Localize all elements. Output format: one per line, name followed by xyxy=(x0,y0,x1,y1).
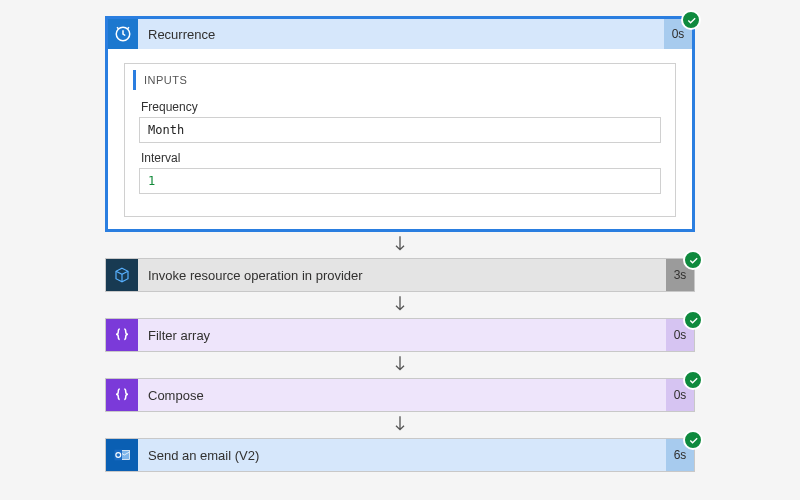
cube-icon xyxy=(106,259,138,291)
step-header[interactable]: Compose 0s xyxy=(106,379,694,411)
status-success-badge xyxy=(683,370,703,390)
inputs-card: INPUTS Frequency Month Interval 1 xyxy=(124,63,676,217)
step-title: Recurrence xyxy=(138,19,664,49)
step-title: Compose xyxy=(138,379,666,411)
status-success-badge xyxy=(683,310,703,330)
flow-arrow-icon xyxy=(105,352,695,378)
clock-icon xyxy=(108,19,138,49)
step-header[interactable]: Filter array 0s xyxy=(106,319,694,351)
interval-label: Interval xyxy=(141,151,661,165)
step-send-email[interactable]: Send an email (V2) 6s xyxy=(105,438,695,472)
braces-icon xyxy=(106,319,138,351)
step-title: Invoke resource operation in provider xyxy=(138,259,666,291)
step-recurrence[interactable]: Recurrence 0s INPUTS Frequency Month Int… xyxy=(105,16,695,232)
inputs-section-title: INPUTS xyxy=(133,70,661,90)
workflow-run-canvas: Recurrence 0s INPUTS Frequency Month Int… xyxy=(105,16,695,472)
step-invoke-resource[interactable]: Invoke resource operation in provider 3s xyxy=(105,258,695,292)
interval-value[interactable]: 1 xyxy=(139,168,661,194)
step-details: INPUTS Frequency Month Interval 1 xyxy=(108,49,692,229)
status-success-badge xyxy=(683,250,703,270)
step-title: Filter array xyxy=(138,319,666,351)
step-filter-array[interactable]: Filter array 0s xyxy=(105,318,695,352)
frequency-value[interactable]: Month xyxy=(139,117,661,143)
flow-arrow-icon xyxy=(105,412,695,438)
frequency-label: Frequency xyxy=(141,100,661,114)
braces-icon xyxy=(106,379,138,411)
step-header[interactable]: Send an email (V2) 6s xyxy=(106,439,694,471)
flow-arrow-icon xyxy=(105,232,695,258)
step-header[interactable]: Recurrence 0s xyxy=(108,19,692,49)
status-success-badge xyxy=(681,10,701,30)
flow-arrow-icon xyxy=(105,292,695,318)
step-compose[interactable]: Compose 0s xyxy=(105,378,695,412)
step-title: Send an email (V2) xyxy=(138,439,666,471)
outlook-icon xyxy=(106,439,138,471)
status-success-badge xyxy=(683,430,703,450)
step-header[interactable]: Invoke resource operation in provider 3s xyxy=(106,259,694,291)
